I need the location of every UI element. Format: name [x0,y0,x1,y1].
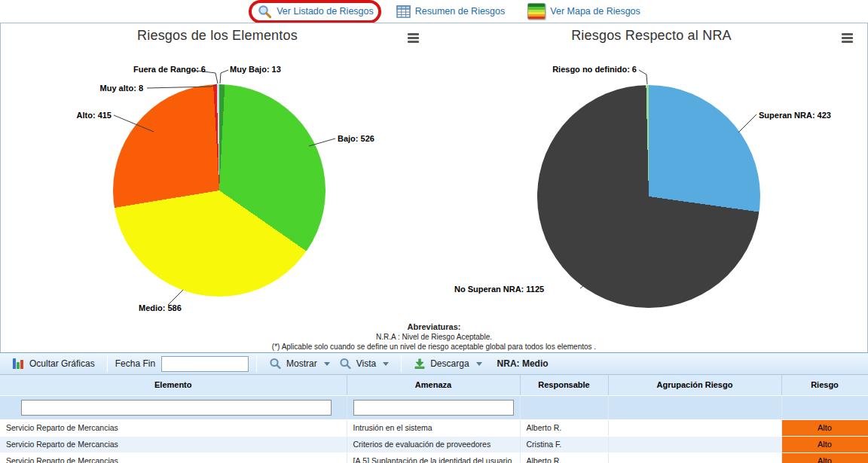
pie-label-alto: Alto: 415 [77,111,112,120]
chart-riesgos-nra: Riesgos Respecto al NRA Riesgo no defini… [435,23,868,352]
risk-badge: Alto [781,452,868,463]
nav-label: Resumen de Riesgos [415,6,506,17]
descarga-label: Descarga [430,358,469,369]
abbreviations-line: (*) Aplicable solo cuando se define un n… [1,343,867,352]
risk-map-icon [527,3,546,20]
table-filter-row [0,395,868,419]
chevron-down-icon [324,362,330,366]
filter-elemento-input[interactable] [21,400,332,416]
column-header-responsable[interactable]: Responsable [520,375,608,395]
table-header-row: Elemento Amenaza Responsable Agrupación … [0,375,868,395]
cell-amenaza: Criterios de evaluación de proveedores [347,436,520,452]
chevron-down-icon [383,362,389,366]
cell-agrupacion [608,419,781,436]
column-header-amenaza[interactable]: Amenaza [347,375,520,395]
cell-responsable: Alberto R. [520,452,608,463]
pie-label-muy-alto: Muy alto: 8 [100,84,143,93]
abbreviations-note: Abreviaturas: N.R.A : Nivel de Riesgo Ac… [1,322,867,352]
chart-context-menu-icon[interactable] [408,32,419,44]
table-row[interactable]: Servicio Reparto de Mercancias [A.5] Sup… [0,452,868,463]
cell-responsable: Cristina F. [520,436,608,452]
pie-label-medio: Medio: 586 [139,303,182,312]
hide-charts-label: Ocultar Gráficas [29,358,95,369]
pie-label-fuera-de-rango: Fuera de Rango: 6 [133,65,206,74]
toolbar-separator [107,355,108,372]
table-icon [396,5,411,18]
fecha-fin-input[interactable] [161,356,249,372]
charts-panel: Riesgos de los Elementos Fuera de Rango:… [0,23,868,352]
cell-amenaza: Intrusión en el sistema [347,419,520,436]
cell-agrupacion [608,452,781,463]
magnifier-icon [269,358,282,370]
hide-charts-button[interactable]: Ocultar Gráficas [8,355,99,372]
vista-label: Vista [356,358,376,369]
chart-riesgos-elementos: Riesgos de los Elementos Fuera de Rango:… [1,23,434,352]
column-header-elemento[interactable]: Elemento [0,375,347,395]
toolbar-separator [256,355,257,372]
nav-label: Ver Listado de Riesgos [277,6,374,17]
fecha-fin-label: Fecha Fin [115,358,155,369]
cell-elemento: Servicio Reparto de Mercancias [0,452,347,463]
cell-elemento: Servicio Reparto de Mercancias [0,436,347,452]
abbreviations-heading: Abreviaturas: [1,322,867,333]
table-row[interactable]: Servicio Reparto de Mercancias Intrusión… [0,419,868,436]
chart-context-menu-icon[interactable] [842,32,853,44]
nra-value: NRA: Medio [497,358,549,369]
filter-amenaza-input[interactable] [353,400,514,416]
column-header-riesgo[interactable]: Riesgo [781,375,868,395]
toolbar-separator [401,355,402,372]
nav-label: Ver Mapa de Riesgos [550,6,640,17]
pie-riesgos-nra[interactable] [537,85,760,308]
pie-label-riesgo-no-definido: Riesgo no definido: 6 [552,65,637,74]
chart-title: Riesgos de los Elementos [1,28,434,44]
risk-table: Elemento Amenaza Responsable Agrupación … [0,375,868,463]
abbreviations-line: N.R.A : Nivel de Riesgo Aceptable. [1,333,867,343]
column-header-agrupacion[interactable]: Agrupación Riesgo [608,375,781,395]
risk-badge: Alto [781,419,868,436]
chart-title: Riesgos Respecto al NRA [435,28,868,44]
pie-label-superan-nra: Superan NRA: 423 [759,111,831,120]
pie-label-no-superan-nra: No Superan NRA: 1125 [454,285,544,294]
pie-label-muy-bajo: Muy Bajo: 13 [230,65,281,74]
pie-riesgos-elementos[interactable] [113,84,326,297]
vista-dropdown[interactable]: Vista [335,355,393,372]
cell-agrupacion [608,436,781,452]
risk-badge: Alto [781,436,868,452]
download-icon [414,358,426,370]
mostrar-label: Mostrar [286,358,317,369]
table-toolbar: Ocultar Gráficas Fecha Fin Mostrar Vista… [0,352,868,375]
cell-elemento: Servicio Reparto de Mercancias [0,419,347,436]
table-row[interactable]: Servicio Reparto de Mercancias Criterios… [0,436,868,452]
cell-responsable: Alberto R. [520,419,608,436]
mostrar-dropdown[interactable]: Mostrar [264,355,335,372]
cell-amenaza: [A.5] Suplantación de la identidad del u… [347,452,520,463]
magnifier-icon [339,358,352,370]
pie-label-bajo: Bajo: 526 [338,134,374,143]
bar-chart-icon [12,358,25,370]
descarga-dropdown[interactable]: Descarga [409,355,486,372]
chevron-down-icon [476,362,482,366]
nav-resumen-de-riesgos[interactable]: Resumen de Riesgos [396,5,506,18]
nav-ver-listado-de-riesgos[interactable]: Ver Listado de Riesgos [258,5,374,19]
nav-ver-mapa-de-riesgos[interactable]: Ver Mapa de Riesgos [527,3,640,20]
magnifier-icon [258,5,272,19]
top-navigation: Ver Listado de Riesgos Resumen de Riesgo… [0,0,868,23]
